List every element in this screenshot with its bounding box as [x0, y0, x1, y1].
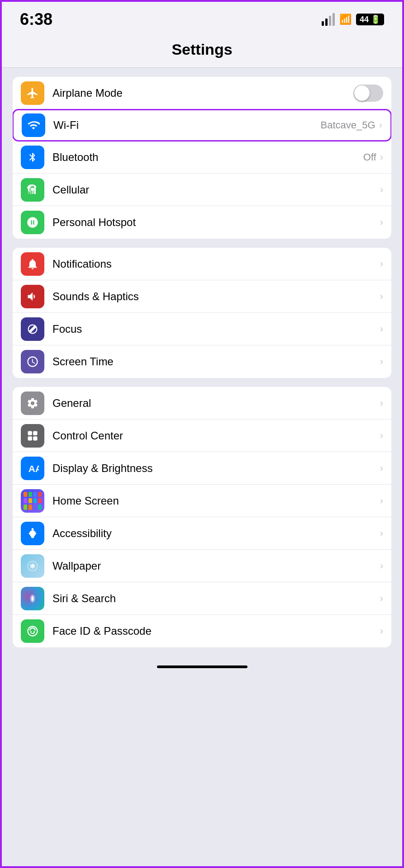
svg-rect-3	[32, 189, 34, 194]
general-row[interactable]: General ›	[13, 387, 391, 420]
accessibility-icon	[21, 522, 44, 545]
face-id-label: Face ID & Passcode	[52, 625, 380, 637]
display-brightness-row[interactable]: AA Display & Brightness ›	[13, 452, 391, 485]
wifi-label: Wi-Fi	[53, 119, 321, 132]
focus-icon	[21, 317, 44, 341]
face-id-chevron: ›	[380, 625, 383, 637]
general-icon	[21, 392, 44, 415]
home-bar	[157, 665, 247, 668]
general-label: General	[52, 397, 380, 410]
display-icon: AA	[21, 457, 44, 480]
battery-level: 44	[360, 15, 369, 24]
wifi-icon	[22, 113, 45, 137]
focus-row[interactable]: Focus ›	[13, 313, 391, 345]
general-chevron: ›	[380, 397, 383, 409]
control-center-chevron: ›	[380, 430, 383, 442]
svg-rect-4	[34, 185, 36, 194]
home-screen-row[interactable]: Home Screen ›	[13, 485, 391, 517]
notifications-chevron: ›	[380, 258, 383, 270]
bluetooth-value: Off	[363, 151, 376, 163]
accessibility-row[interactable]: Accessibility ›	[13, 517, 391, 550]
svg-rect-7	[28, 436, 32, 440]
battery-indicator: 44 🔋	[356, 14, 384, 25]
wallpaper-chevron: ›	[380, 560, 383, 572]
accessibility-chevron: ›	[380, 528, 383, 539]
settings-content: Airplane Mode Wi-Fi Batcave_5G › Bluetoo…	[2, 68, 402, 656]
control-center-icon	[21, 424, 44, 448]
display-chevron: ›	[380, 462, 383, 474]
wifi-value: Batcave_5G	[321, 119, 375, 131]
sounds-row[interactable]: Sounds & Haptics ›	[13, 280, 391, 313]
sounds-chevron: ›	[380, 291, 383, 302]
airplane-icon	[21, 81, 44, 105]
home-screen-chevron: ›	[380, 495, 383, 507]
cellular-label: Cellular	[52, 184, 380, 196]
svg-rect-8	[33, 436, 37, 440]
home-screen-label: Home Screen	[52, 495, 380, 507]
bluetooth-chevron: ›	[380, 151, 383, 163]
siri-icon	[21, 587, 44, 610]
airplane-mode-label: Airplane Mode	[52, 87, 350, 99]
focus-chevron: ›	[380, 323, 383, 335]
screen-time-chevron: ›	[380, 356, 383, 368]
wifi-row[interactable]: Wi-Fi Batcave_5G ›	[13, 109, 391, 142]
wallpaper-label: Wallpaper	[52, 560, 380, 572]
svg-point-16	[32, 596, 33, 600]
alerts-group: Notifications › Sounds & Haptics › Focus…	[13, 248, 391, 378]
hotspot-icon	[21, 211, 44, 234]
home-screen-icon	[21, 489, 44, 513]
notifications-row[interactable]: Notifications ›	[13, 248, 391, 280]
display-group: General › Control Center › AA	[13, 387, 391, 647]
airplane-mode-row[interactable]: Airplane Mode	[13, 77, 391, 109]
wifi-chevron: ›	[379, 119, 382, 131]
status-time: 6:38	[20, 10, 52, 29]
siri-label: Siri & Search	[52, 592, 380, 605]
svg-point-13	[32, 565, 34, 567]
control-center-label: Control Center	[52, 429, 380, 442]
screen-time-icon	[21, 350, 44, 373]
hotspot-row[interactable]: Personal Hotspot ›	[13, 206, 391, 239]
sounds-icon	[21, 285, 44, 308]
siri-row[interactable]: Siri & Search ›	[13, 582, 391, 615]
focus-label: Focus	[52, 323, 380, 335]
bluetooth-row[interactable]: Bluetooth Off ›	[13, 141, 391, 174]
hotspot-chevron: ›	[380, 217, 383, 228]
cellular-chevron: ›	[380, 184, 383, 196]
face-id-icon	[21, 619, 44, 643]
accessibility-label: Accessibility	[52, 527, 380, 540]
notifications-icon	[21, 252, 44, 276]
siri-chevron: ›	[380, 593, 383, 604]
face-id-row[interactable]: Face ID & Passcode ›	[13, 615, 391, 647]
screen-time-label: Screen Time	[52, 355, 380, 368]
wallpaper-icon	[21, 554, 44, 578]
cellular-icon	[21, 178, 44, 202]
hotspot-label: Personal Hotspot	[52, 216, 380, 229]
svg-point-11	[32, 528, 34, 530]
bluetooth-icon	[21, 146, 44, 169]
svg-rect-2	[30, 187, 32, 194]
status-bar: 6:38 📶 44 🔋	[2, 2, 402, 33]
control-center-row[interactable]: Control Center ›	[13, 420, 391, 452]
page-title: Settings	[2, 33, 402, 68]
screen-time-row[interactable]: Screen Time ›	[13, 345, 391, 378]
bluetooth-label: Bluetooth	[52, 151, 363, 164]
cellular-row[interactable]: Cellular ›	[13, 174, 391, 206]
network-group: Airplane Mode Wi-Fi Batcave_5G › Bluetoo…	[13, 77, 391, 239]
display-brightness-label: Display & Brightness	[52, 462, 380, 475]
svg-rect-6	[33, 431, 37, 435]
battery-icon: 🔋	[371, 14, 380, 24]
signal-icon	[322, 13, 335, 26]
wallpaper-row[interactable]: Wallpaper ›	[13, 550, 391, 582]
status-icons: 📶 44 🔋	[322, 13, 384, 26]
wifi-status-icon: 📶	[339, 14, 352, 25]
sounds-label: Sounds & Haptics	[52, 290, 380, 303]
airplane-mode-toggle[interactable]	[353, 85, 383, 102]
svg-rect-1	[28, 185, 30, 194]
svg-text:AA: AA	[29, 463, 39, 474]
notifications-label: Notifications	[52, 258, 380, 270]
svg-rect-5	[28, 431, 32, 435]
